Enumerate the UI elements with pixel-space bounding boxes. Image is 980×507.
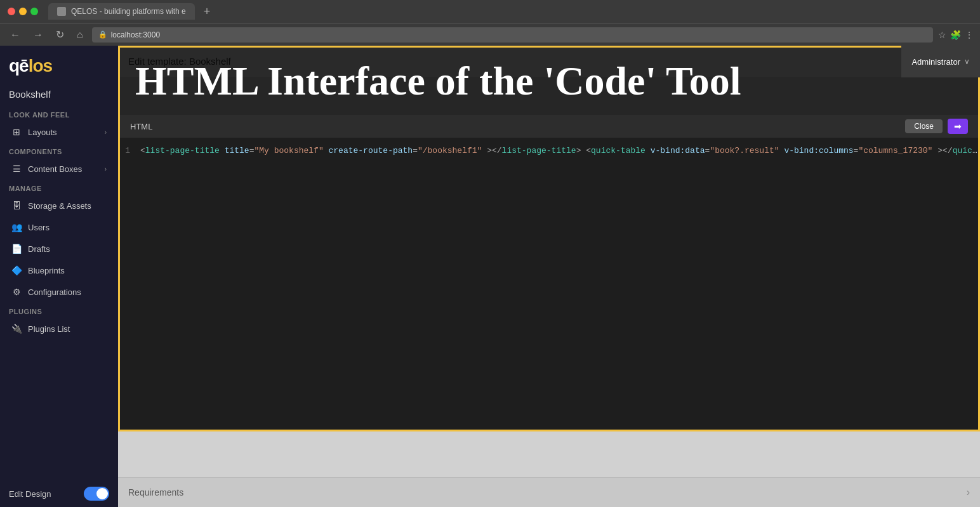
- drafts-label: Drafts: [28, 244, 107, 254]
- url-display: localhost:3000: [111, 30, 160, 39]
- send-button[interactable]: ➡: [948, 119, 968, 134]
- content-boxes-label: Content Boxes: [28, 164, 98, 174]
- code-tool-overlay: HTML Interface of the 'Code' Tool HTML C…: [118, 46, 980, 507]
- overlay-title: HTML Interface of the 'Code' Tool: [135, 59, 963, 103]
- code-panel: HTML Close ➡ 1 <list-page-title title="M…: [118, 115, 980, 431]
- line-number-1: 1: [120, 146, 140, 155]
- layouts-icon: ⊞: [11, 127, 22, 137]
- line-content-1: <list-page-title title="My bookshelf" cr…: [140, 146, 978, 155]
- browser-titlebar: QELOS - building platforms with e +: [0, 0, 980, 23]
- close-button[interactable]: Close: [905, 119, 943, 133]
- sidebar-item-layouts[interactable]: ⊞ Layouts ›: [3, 122, 116, 142]
- traffic-lights: [8, 8, 38, 15]
- sidebar-item-content-boxes[interactable]: ☰ Content Boxes ›: [3, 159, 116, 179]
- sidebar-logo: qēlos: [0, 46, 118, 84]
- menu-icon[interactable]: ⋮: [965, 30, 974, 40]
- admin-chevron-icon: ∨: [964, 57, 970, 66]
- users-icon: 👥: [11, 222, 22, 232]
- code-panel-label: HTML: [130, 122, 152, 131]
- sidebar-item-blueprints[interactable]: 🔷 Blueprints: [3, 260, 116, 280]
- browser-chrome: QELOS - building platforms with e + ← → …: [0, 0, 980, 46]
- code-panel-header: HTML Close ➡: [120, 115, 978, 138]
- browser-toolbar: ← → ↻ ⌂ 🔒 localhost:3000 ☆ 🧩 ⋮: [0, 23, 980, 46]
- storage-label: Storage & Assets: [28, 201, 107, 211]
- back-button[interactable]: ←: [6, 28, 24, 42]
- admin-label: Administrator: [911, 57, 960, 67]
- users-label: Users: [28, 223, 107, 232]
- drafts-icon: 📄: [11, 244, 22, 254]
- plugins-icon: 🔌: [11, 324, 22, 334]
- edit-design-toggle[interactable]: [84, 487, 109, 501]
- layouts-label: Layouts: [28, 128, 98, 137]
- extensions-icon[interactable]: 🧩: [950, 30, 961, 40]
- browser-tab[interactable]: QELOS - building platforms with e: [48, 3, 195, 20]
- section-manage: MANAGE: [0, 180, 118, 195]
- sidebar-bookshelf[interactable]: Bookshelf: [0, 84, 118, 106]
- new-tab-button[interactable]: +: [204, 5, 211, 18]
- requirements-section[interactable]: Requirements ›: [118, 477, 980, 507]
- sidebar: qēlos Bookshelf LOOK AND FEEL ⊞ Layouts …: [0, 46, 118, 507]
- maximize-window-button[interactable]: [30, 8, 38, 15]
- blueprints-label: Blueprints: [28, 266, 107, 275]
- lock-icon: 🔒: [98, 30, 107, 39]
- code-panel-actions: Close ➡: [905, 119, 968, 134]
- close-window-button[interactable]: [8, 8, 15, 15]
- requirements-chevron-icon: ›: [967, 487, 970, 498]
- refresh-button[interactable]: ↻: [52, 27, 68, 42]
- content-boxes-chevron: ›: [105, 166, 107, 173]
- sidebar-item-storage[interactable]: 🗄 Storage & Assets: [3, 195, 116, 216]
- blueprints-icon: 🔷: [11, 265, 22, 275]
- bookmark-icon[interactable]: ☆: [938, 30, 946, 40]
- toolbar-actions: ☆ 🧩 ⋮: [938, 30, 974, 40]
- sidebar-item-drafts[interactable]: 📄 Drafts: [3, 239, 116, 259]
- storage-icon: 🗄: [11, 201, 22, 211]
- configurations-label: Configurations: [28, 287, 107, 297]
- edit-design-label: Edit Design: [9, 489, 77, 499]
- plugins-list-label: Plugins List: [28, 324, 107, 334]
- section-plugins: PLUGINS: [0, 303, 118, 318]
- home-button[interactable]: ⌂: [73, 28, 87, 42]
- forward-button[interactable]: →: [29, 28, 47, 42]
- code-line-1: 1 <list-page-title title="My bookshelf" …: [120, 145, 978, 156]
- sidebar-item-configurations[interactable]: ⚙ Configurations: [3, 282, 116, 302]
- sidebar-item-users[interactable]: 👥 Users: [3, 217, 116, 237]
- admin-bar[interactable]: Administrator ∨: [901, 46, 980, 77]
- tab-favicon: [57, 7, 66, 16]
- address-bar[interactable]: 🔒 localhost:3000: [92, 27, 933, 43]
- configurations-icon: ⚙: [11, 287, 22, 297]
- logo-text: qēlos: [9, 56, 52, 76]
- content-boxes-icon: ☰: [11, 164, 22, 174]
- section-look-and-feel: LOOK AND FEEL: [0, 106, 118, 121]
- section-components: COMPONENTS: [0, 143, 118, 158]
- tab-title: QELOS - building platforms with e: [71, 7, 186, 16]
- edit-design-row: Edit Design: [0, 480, 118, 507]
- content-area: Edit template: Bookshelf Administrator ∨…: [118, 46, 980, 507]
- toggle-knob: [96, 488, 108, 499]
- overlay-header-banner: HTML Interface of the 'Code' Tool: [118, 46, 980, 115]
- code-editor[interactable]: 1 <list-page-title title="My bookshelf" …: [120, 138, 978, 430]
- sidebar-item-plugins-list[interactable]: 🔌 Plugins List: [3, 319, 116, 339]
- layouts-chevron: ›: [105, 129, 107, 136]
- minimize-window-button[interactable]: [19, 8, 27, 15]
- app-body: qēlos Bookshelf LOOK AND FEEL ⊞ Layouts …: [0, 46, 980, 507]
- requirements-label: Requirements: [128, 487, 183, 497]
